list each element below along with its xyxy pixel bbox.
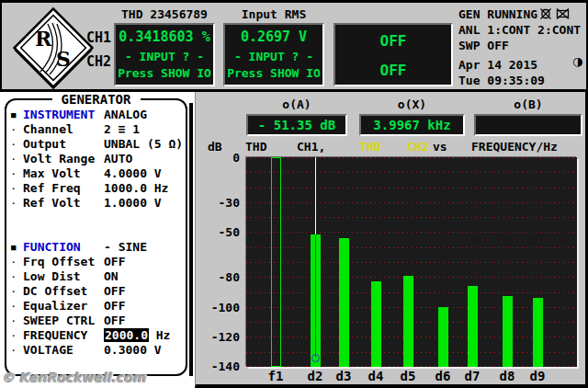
generator-item-dc-offset[interactable]: ·DC OffsetOFF xyxy=(8,284,184,299)
harmonic-bar-d4 xyxy=(371,281,381,367)
generator-item-label: Equalizer xyxy=(23,299,104,314)
gridline--30db xyxy=(246,202,577,203)
generator-item-volt-range[interactable]: ·Volt RangeAUTO xyxy=(8,152,184,166)
x-tick-label-d7: d7 xyxy=(465,369,481,383)
generator-item-label: Max Volt xyxy=(23,166,104,181)
generator-item-label: SWEEP CTRL xyxy=(23,314,104,328)
generator-item-label: DC Offset xyxy=(23,284,104,299)
gridline--60db xyxy=(246,247,577,248)
generator-item-label: Low Dist xyxy=(23,269,104,284)
rohde-schwarz-logo-icon: R S xyxy=(13,5,94,89)
gridline-0db xyxy=(246,157,577,158)
generator-item-output[interactable]: ·OutputUNBAL (5 Ω) xyxy=(8,137,184,152)
aux-line-2: OFF xyxy=(335,62,451,79)
harmonic-bar-d3 xyxy=(339,238,349,367)
thd-display-title: THD 23456789 xyxy=(114,7,215,21)
time-label: Tue 09:35:09 xyxy=(458,74,545,87)
generator-item-value: 0.3000 V xyxy=(104,343,162,358)
readout-x-display: 3.9967 kHz xyxy=(359,114,465,136)
generator-item-value: OFF xyxy=(104,284,125,299)
generator-item-voltage[interactable]: ·VOLTAGE0.3000 V xyxy=(8,343,184,358)
trace-token-3: CH2 xyxy=(407,140,428,154)
generator-panel-scrollbar[interactable] xyxy=(189,103,193,376)
generator-item-value: 2000.0 Hz xyxy=(104,328,170,343)
input-rms-value: 0.2697 V xyxy=(225,29,322,45)
gridline--50db xyxy=(246,232,577,233)
trace-token-5: FREQUENCY/Hz xyxy=(471,140,558,154)
x-tick-label-f1: f1 xyxy=(268,369,284,383)
item-marker-icon: · xyxy=(8,122,23,137)
logo-letter-r: R xyxy=(35,27,52,51)
generator-item-frq-offset[interactable]: ·Frq OffsetOFF xyxy=(8,255,184,269)
y-tick-label--140: -140 xyxy=(201,359,240,373)
generator-item-label: Output xyxy=(23,137,104,152)
readout-x-value: 3.9967 kHz xyxy=(361,118,463,132)
analyzer-chart-panel: o(A) o(X) o(B) - 51.35 dB 3.9967 kHz dB … xyxy=(195,92,588,388)
generator-item-ref-volt[interactable]: ·Ref Volt1.0000 V xyxy=(8,196,184,211)
x-tick-label-d8: d8 xyxy=(500,369,515,383)
x-tick-label-d5: d5 xyxy=(401,369,416,383)
trace-token-4: vs xyxy=(433,140,447,154)
generator-item-function[interactable]: ■FUNCTION- SINE xyxy=(8,240,184,255)
item-marker-icon: · xyxy=(8,314,23,328)
top-status-bar: R S CH1 CH2 THD 23456789 0.3418603 % - I… xyxy=(0,0,588,92)
y-tick-label--120: -120 xyxy=(201,330,240,344)
item-marker-icon: · xyxy=(8,299,23,314)
mouse-disabled-icon xyxy=(540,8,553,22)
trace-token-0: THD xyxy=(245,140,266,154)
item-marker-icon: · xyxy=(8,269,23,284)
generator-item-sweep-ctrl[interactable]: ·SWEEP CTRLOFF xyxy=(8,314,184,328)
value-unit: Hz xyxy=(149,328,170,342)
edited-value-highlight[interactable]: 2000.0 xyxy=(104,328,149,342)
generator-spacer xyxy=(8,225,184,240)
generator-item-label: FUNCTION xyxy=(23,240,104,255)
section-marker-icon: ■ xyxy=(8,108,23,122)
channel-2-label: CH2 xyxy=(86,53,116,70)
generator-item-ref-freq[interactable]: ·Ref Freq1000.0 Hz xyxy=(8,181,184,196)
cursor-line[interactable] xyxy=(315,157,316,234)
sweep-status: SWP OFF xyxy=(458,39,509,52)
gridline--10db xyxy=(246,172,577,173)
item-marker-icon: · xyxy=(8,166,23,181)
keyboard-disabled-icon xyxy=(556,8,570,22)
generator-item-label: Ref Freq xyxy=(23,181,104,196)
input-rms-input-warning: - INPUT ? - xyxy=(225,50,322,63)
generator-item-equalizer[interactable]: ·EqualizerOFF xyxy=(8,299,184,314)
generator-spacer xyxy=(8,211,184,225)
generator-item-value: 2 ≡ 1 xyxy=(104,122,140,137)
item-marker-icon: · xyxy=(8,343,23,358)
thd-show-io-hint: Press SHOW IO xyxy=(116,66,213,80)
item-marker-icon: · xyxy=(8,328,23,343)
generator-item-max-volt[interactable]: ·Max Volt4.0000 V xyxy=(8,166,184,181)
generator-item-label: VOLTAGE xyxy=(23,343,104,358)
generator-item-value: OFF xyxy=(104,299,125,314)
generator-item-instrument[interactable]: ■INSTRUMENTANALOG xyxy=(8,108,184,122)
aux-display: OFF OFF xyxy=(334,23,453,86)
generator-item-channel[interactable]: ·Channel2 ≡ 1 xyxy=(8,122,184,137)
readout-a-label: o(A) xyxy=(246,97,347,111)
gridline--70db xyxy=(246,262,577,263)
trace-token-2: THD xyxy=(359,140,380,154)
x-tick-label-d4: d4 xyxy=(368,369,384,383)
item-marker-icon: · xyxy=(8,255,23,269)
watermark: © KenRockwell.com xyxy=(2,371,146,385)
logo-letter-s: S xyxy=(56,47,71,71)
generator-item-value: UNBAL (5 Ω) xyxy=(104,137,183,152)
generator-item-value: ANALOG xyxy=(104,108,147,122)
date-label: Apr 14 2015 xyxy=(458,58,537,72)
thd-value: 0.3418603 % xyxy=(116,29,213,45)
generator-item-frequency[interactable]: ·FREQUENCY2000.0 Hz xyxy=(8,328,184,343)
generator-item-value: ON xyxy=(104,269,119,284)
x-tick-label-d6: d6 xyxy=(435,369,451,383)
display-contrast-icon: ◑ xyxy=(572,54,582,68)
readout-a-display: - 51.35 dB xyxy=(246,114,347,136)
generator-item-low-dist[interactable]: ·Low DistON xyxy=(8,269,184,284)
item-marker-icon: · xyxy=(8,137,23,152)
harmonic-bar-d9 xyxy=(533,298,543,367)
input-rms-display-title: Input RMS xyxy=(223,7,324,21)
generator-item-value: 1.0000 V xyxy=(104,196,162,211)
generator-item-value: 1000.0 Hz xyxy=(104,181,168,196)
thd-display: 0.3418603 % - INPUT ? - Press SHOW IO xyxy=(114,23,215,86)
instrument-screen: R S CH1 CH2 THD 23456789 0.3418603 % - I… xyxy=(0,0,588,388)
generator-item-label: Channel xyxy=(23,122,104,137)
